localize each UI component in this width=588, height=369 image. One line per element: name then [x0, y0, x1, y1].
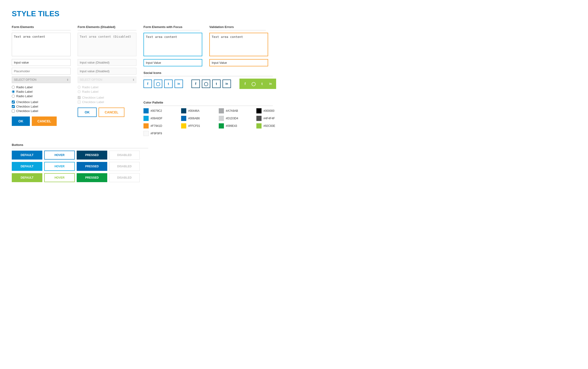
radio-item-1: Radio Label [12, 85, 70, 89]
color-swatch-a7a9ab [219, 108, 224, 113]
social-instagram-outline-dark[interactable]: ◯ [202, 80, 210, 88]
disabled-radio-1 [78, 86, 81, 89]
disabled-ok-button[interactable]: OK [78, 108, 97, 117]
disabled-radio-item-2: Radio Label [78, 90, 136, 93]
form-input-placeholder[interactable] [12, 68, 70, 75]
radio-item-2: Radio Label [12, 90, 70, 93]
disabled-checkbox-label-2: Checkbox Label [82, 100, 104, 104]
form-disabled-button-row: OK CANCEL [78, 108, 136, 117]
form-disabled-input-2 [78, 68, 136, 75]
color-label-099e43: #099E43 [226, 124, 237, 128]
form-select[interactable]: SELECT OPTION [12, 76, 70, 83]
social-linkedin-filled-green[interactable]: in [266, 80, 275, 88]
btn-disabled-cyan: DISABLED [109, 162, 140, 171]
form-focus-title: Form Elements with Focus [143, 25, 200, 30]
social-twitter-filled-green[interactable]: t [258, 80, 266, 88]
btn-default-cyan[interactable]: DEFAULT [12, 162, 42, 171]
color-item-099e43: #099E43 [219, 123, 252, 128]
color-label-00446a: #00446A [188, 109, 199, 113]
checkbox-2[interactable] [12, 105, 15, 108]
form-disabled-checkbox-group: Checkbox Label Checkbox Label [78, 96, 136, 104]
form-disabled-select: SELECT OPTION [78, 76, 136, 83]
color-label-000000: #000000 [263, 109, 274, 113]
btn-hover-green[interactable]: HOVER [44, 173, 75, 182]
btn-pressed-green[interactable]: PRESSED [77, 173, 107, 182]
color-palette-section: Color Pallette #0079C2 #00446A #A7A9AB #… [143, 101, 289, 136]
radio-label-3: Radio Label [16, 94, 32, 98]
checkbox-item-2: Checkbox Label [12, 105, 70, 108]
form-elements-section: Form Elements Text area content SELECT O… [12, 25, 70, 136]
color-item-4f4f4f: #4F4F4F [256, 116, 289, 121]
color-item-d1d3d4: #D1D3D4 [219, 116, 252, 121]
social-twitter-outline-dark[interactable]: t [212, 80, 221, 88]
checkbox-1[interactable] [12, 101, 15, 103]
btn-hover-cyan[interactable]: HOVER [44, 162, 75, 171]
btn-default-blue[interactable]: DEFAULT [12, 151, 42, 160]
color-item-92c83e: #92C83E [256, 123, 289, 128]
form-button-row: OK CANCEL [12, 116, 70, 126]
disabled-radio-label-1: Radio Label [82, 85, 98, 89]
form-disabled-textarea [78, 33, 136, 56]
btn-hover-blue[interactable]: HOVER [44, 151, 75, 160]
color-label-09a6df: #09A6DF [150, 117, 162, 120]
buttons-title: Buttons [12, 143, 148, 148]
color-swatch-006ab6 [181, 116, 186, 121]
color-palette-grid: #0079C2 #00446A #A7A9AB #000000 #09A6DF [143, 108, 289, 136]
validation-input[interactable] [209, 59, 268, 66]
color-label-f7941d: #F7941D [150, 124, 162, 128]
color-item-000000: #000000 [256, 108, 289, 113]
disabled-checkbox-label-1: Checkbox Label [82, 96, 104, 99]
color-swatch-00446a [181, 108, 186, 113]
social-instagram-outline-blue[interactable]: ◯ [154, 80, 162, 88]
color-label-a7a9ab: #A7A9AB [226, 109, 238, 113]
cancel-button[interactable]: CANCEL [32, 116, 57, 126]
disabled-checkbox-2 [78, 101, 81, 103]
color-label-006ab6: #006AB6 [188, 117, 200, 120]
checkbox-label-1: Checkbox Label [16, 100, 38, 104]
focus-textarea[interactable]: Text area content [143, 33, 202, 56]
form-disabled-radio-group: Radio Label Radio Label [78, 85, 136, 93]
color-label-ffcf01: #FFCF01 [188, 124, 200, 128]
checkbox-3[interactable] [12, 109, 15, 113]
ok-button[interactable]: OK [12, 116, 30, 126]
validation-textarea[interactable]: Text area content [209, 33, 268, 56]
radio-2[interactable] [12, 90, 15, 93]
radio-3[interactable] [12, 95, 15, 98]
social-twitter-outline-blue[interactable]: t [164, 80, 173, 88]
form-disabled-input-1 [78, 59, 136, 66]
social-linkedin-outline-dark[interactable]: in [222, 80, 231, 88]
color-item-0079c2: #0079C2 [143, 108, 176, 113]
social-instagram-filled-green[interactable]: ◯ [249, 80, 258, 88]
color-swatch-f9f9f9 [143, 131, 149, 136]
checkbox-label-2: Checkbox Label [16, 105, 38, 108]
color-label-f9f9f9: #F9F9F9 [150, 132, 162, 135]
social-facebook-filled-green[interactable]: f [241, 80, 249, 88]
disabled-checkbox-item-1: Checkbox Label [78, 96, 136, 99]
color-swatch-92c83e [256, 123, 261, 128]
social-icons-title: Social Icons [143, 71, 273, 76]
checkbox-item-1: Checkbox Label [12, 100, 70, 104]
btn-pressed-blue[interactable]: PRESSED [77, 151, 107, 160]
form-input-value[interactable] [12, 59, 70, 66]
color-label-d1d3d4: #D1D3D4 [226, 117, 238, 120]
btn-pressed-cyan[interactable]: PRESSED [77, 162, 107, 171]
form-elements-title: Form Elements [12, 25, 70, 30]
social-icons-row: f ◯ t in f ◯ t in f ◯ t in [143, 79, 289, 89]
radio-item-3: Radio Label [12, 94, 70, 98]
color-swatch-d1d3d4 [219, 116, 224, 121]
btn-default-green[interactable]: DEFAULT [12, 173, 42, 182]
social-linkedin-outline-blue[interactable]: in [175, 80, 183, 88]
color-item-f7941d: #F7941D [143, 123, 176, 128]
social-facebook-outline-blue[interactable]: f [143, 80, 152, 88]
focus-input[interactable] [143, 59, 202, 66]
form-textarea[interactable]: Text area content [12, 33, 70, 56]
form-disabled-section: Form Elements (Disabled) SELECT OPTION ⇕… [78, 25, 136, 136]
social-facebook-outline-dark[interactable]: f [191, 80, 200, 88]
radio-1[interactable] [12, 86, 15, 89]
radio-label-1: Radio Label [16, 85, 32, 89]
btn-disabled-blue: DISABLED [109, 151, 140, 160]
button-row-blue: DEFAULT HOVER PRESSED DISABLED [12, 151, 576, 160]
form-radio-group: Radio Label Radio Label Radio Label [12, 85, 70, 98]
color-swatch-4f4f4f [256, 116, 261, 121]
disabled-cancel-button[interactable]: CANCEL [99, 108, 124, 117]
